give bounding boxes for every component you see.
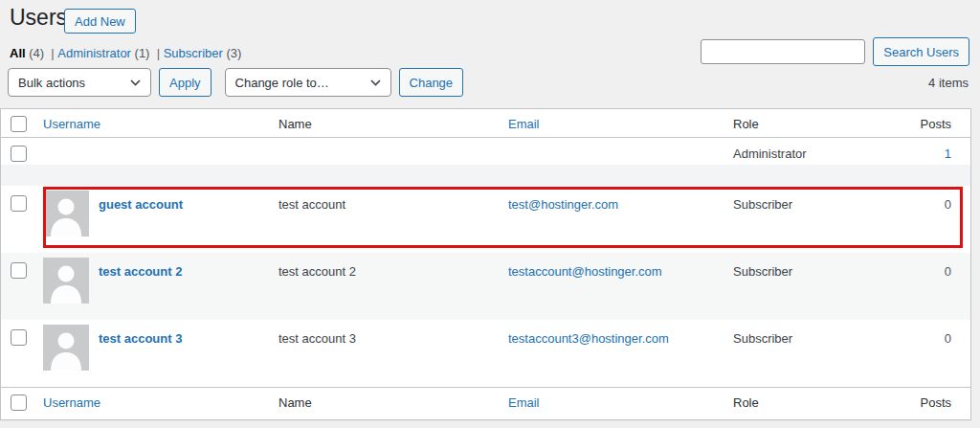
row-checkbox[interactable] <box>11 146 27 162</box>
role-filter-item: Subscriber (3) <box>164 46 242 60</box>
column-footer-name: Name <box>278 395 312 410</box>
username-link[interactable]: test account 2 <box>99 264 182 279</box>
email-link[interactable]: test@hostinger.com <box>508 197 618 212</box>
role-filter-link[interactable]: Administrator <box>57 46 131 60</box>
role-filter-label: All <box>10 46 26 60</box>
chevron-down-icon <box>370 79 381 86</box>
posts-count[interactable]: 1 <box>945 146 951 161</box>
users-table: Username Name Email Role Posts Administr… <box>0 108 971 420</box>
search-users-input[interactable] <box>701 39 865 64</box>
users-admin-page: Users Add New Search Users All (4)Admini… <box>0 0 980 428</box>
role-filter-label: Subscriber <box>164 46 223 60</box>
table-row: Administrator 1 <box>1 138 970 186</box>
change-role-selected-label: Change role to… <box>235 76 329 90</box>
column-header-posts: Posts <box>920 117 951 131</box>
email-link[interactable]: testaccount3@hostinger.com <box>508 331 669 346</box>
role-filter-label: Administrator <box>57 46 131 60</box>
posts-count[interactable]: 0 <box>945 264 951 279</box>
select-all-checkbox[interactable] <box>11 394 27 411</box>
page-title: Users <box>10 4 67 32</box>
username-link[interactable]: test account 3 <box>99 331 182 346</box>
bulk-actions-toolbar: Bulk actions Apply Change role to… Chang… <box>8 68 463 97</box>
chevron-down-icon <box>130 79 141 86</box>
bulk-actions-selected-label: Bulk actions <box>18 76 85 90</box>
row-checkbox[interactable] <box>11 195 27 212</box>
posts-count[interactable]: 0 <box>945 197 951 212</box>
column-footer-posts: Posts <box>920 395 951 410</box>
name-cell: test account 3 <box>278 320 508 387</box>
column-header-role: Role <box>733 117 759 131</box>
role-cell: Subscriber <box>733 320 843 387</box>
search-users-button[interactable]: Search Users <box>873 37 969 66</box>
role-filter-count: (3) <box>226 46 241 60</box>
name-cell: test account <box>278 186 508 253</box>
role-filters: All (4)Administrator (1)Subscriber (3) <box>10 46 241 60</box>
table-row: test account 3 test account 3 testaccoun… <box>1 320 970 387</box>
email-link[interactable]: testaccount@hostinger.com <box>508 264 662 279</box>
avatar <box>43 325 89 371</box>
users-table-body: Administrator 1 guest account test accou… <box>1 138 970 387</box>
column-footer-role: Role <box>733 395 759 410</box>
username-link[interactable]: guest account <box>99 197 183 212</box>
role-filter-count: (1) <box>135 46 150 60</box>
search-area: Search Users <box>701 37 969 66</box>
posts-count[interactable]: 0 <box>945 331 951 346</box>
items-count: 4 items <box>928 76 969 90</box>
change-button[interactable]: Change <box>399 68 464 97</box>
column-footer-email[interactable]: Email <box>508 395 540 410</box>
row-checkbox[interactable] <box>11 262 27 279</box>
avatar <box>43 191 89 237</box>
column-footer-username[interactable]: Username <box>43 395 100 410</box>
role-filter-item: All (4) <box>10 46 57 60</box>
table-row: test account 2 test account 2 testaccoun… <box>1 253 970 320</box>
table-footer-row: Username Name Email Role Posts <box>1 387 970 419</box>
column-header-name: Name <box>278 117 312 131</box>
role-filter-link[interactable]: All <box>10 46 26 60</box>
role-cell: Subscriber <box>733 186 843 253</box>
change-role-select[interactable]: Change role to… <box>225 68 391 97</box>
table-header-row: Username Name Email Role Posts <box>1 109 970 138</box>
role-cell: Subscriber <box>733 253 843 320</box>
apply-button[interactable]: Apply <box>159 68 212 97</box>
role-filter-link[interactable]: Subscriber <box>164 46 223 60</box>
column-header-username[interactable]: Username <box>43 117 100 131</box>
select-all-checkbox[interactable] <box>11 116 27 132</box>
avatar <box>43 258 89 304</box>
table-row: guest account test account test@hostinge… <box>1 186 970 253</box>
role-filter-count: (4) <box>29 46 44 60</box>
name-cell <box>278 138 508 186</box>
role-filter-item: Administrator (1) <box>57 46 163 60</box>
row-checkbox[interactable] <box>11 329 27 346</box>
column-header-email[interactable]: Email <box>508 117 540 131</box>
name-cell: test account 2 <box>278 253 508 320</box>
bulk-actions-select[interactable]: Bulk actions <box>8 68 151 97</box>
add-new-button[interactable]: Add New <box>64 9 136 34</box>
role-cell: Administrator <box>733 138 843 186</box>
